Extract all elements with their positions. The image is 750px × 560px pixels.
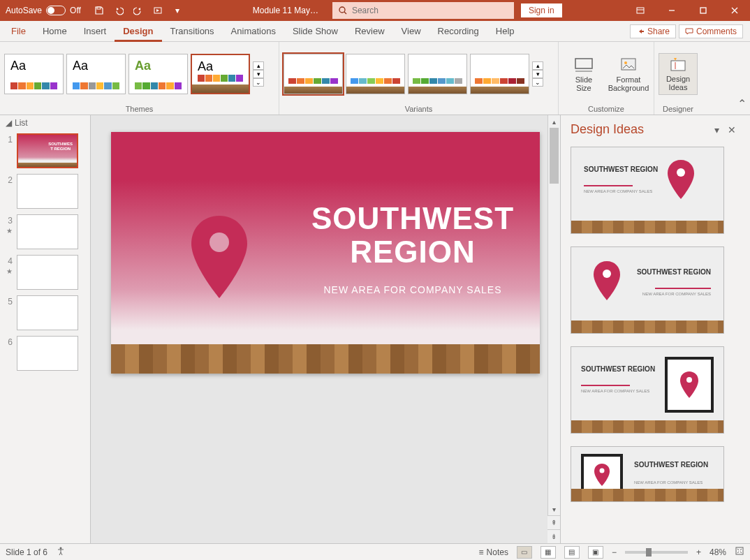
slide-size-button[interactable]: Slide Size [563,53,605,95]
slide-thumb-3[interactable] [17,214,78,249]
location-pin-icon [188,216,251,300]
scroll-up-icon[interactable]: ▴ [548,115,560,128]
tab-animations[interactable]: Animations [223,21,284,42]
slide-title: SOUTHWEST REGION [307,202,519,269]
signin-button[interactable]: Sign in [521,3,562,17]
svg-point-20 [600,469,605,473]
save-icon[interactable] [91,2,108,19]
svg-line-3 [344,12,346,14]
design-ideas-button[interactable]: Design Ideas [659,53,698,95]
animation-star-icon: ★ [6,267,13,275]
designer-group-label: Designer [659,103,698,115]
slide-thumb-6[interactable] [17,336,78,371]
variant-thumb-3[interactable] [408,54,467,94]
gallery-down-icon[interactable]: ▾ [532,70,543,78]
vertical-scrollbar[interactable]: ▴ ▾ [547,115,560,515]
framed-pin [665,357,714,413]
accessibility-icon[interactable] [56,546,66,558]
from-beginning-icon[interactable] [149,2,166,19]
prev-slide-icon[interactable]: ⇞ [547,515,560,529]
zoom-knob[interactable] [646,548,652,557]
autosave-label: AutoSave [6,6,42,15]
tab-slideshow[interactable]: Slide Show [284,21,346,42]
share-button[interactable]: Share [630,24,676,38]
design-idea-4[interactable]: SOUTHWEST REGION NEW AREA FOR COMPANY SA… [571,446,724,502]
next-slide-icon[interactable]: ⇟ [547,529,560,543]
gallery-more-icon[interactable]: ⌄ [253,78,264,87]
theme-thumb-3[interactable]: Aa [128,54,188,94]
comments-button[interactable]: Comments [679,24,743,38]
ribbon-display-icon[interactable] [624,0,656,21]
slide-thumb-2[interactable] [17,174,78,209]
design-idea-1[interactable]: SOUTHWEST REGION NEW AREA FOR COMPANY SA… [571,147,724,234]
autosave-toggle[interactable]: AutoSave Off [0,6,87,15]
theme-thumb-2[interactable]: Aa [66,54,126,94]
slideshow-view-icon[interactable]: ▣ [588,546,603,559]
main-area: ◢ List 1SOUTHWEST REGION 2 3★ 4★ 5 6 SOU… [0,115,750,543]
tab-file[interactable]: File [3,21,34,42]
slide-thumb-1[interactable]: SOUTHWEST REGION [17,133,78,168]
location-pin-icon [679,371,699,398]
gallery-up-icon[interactable]: ▴ [253,61,264,70]
tab-review[interactable]: Review [346,21,393,42]
slide-list-header[interactable]: ◢ List [0,115,90,131]
slide-panel: ◢ List 1SOUTHWEST REGION 2 3★ 4★ 5 6 [0,115,91,543]
gallery-more-icon[interactable]: ⌄ [532,78,543,87]
tab-transitions[interactable]: Transitions [162,21,223,42]
slide-canvas[interactable]: SOUTHWEST REGION NEW AREA FOR COMPANY SA… [111,132,540,374]
variant-thumb-1[interactable] [284,54,343,94]
scrollbar-thumb[interactable] [550,128,559,184]
maximize-icon[interactable] [687,0,719,21]
minimize-icon[interactable] [656,0,687,21]
pane-options-icon[interactable]: ▾ [710,124,723,135]
close-icon[interactable] [719,0,750,21]
notes-button[interactable]: ≡ Notes [479,547,508,557]
zoom-percent[interactable]: 48% [709,547,726,557]
sorter-view-icon[interactable]: ▦ [541,546,556,559]
animation-star-icon: ★ [6,227,13,235]
theme-thumb-4[interactable]: Aa [191,54,250,94]
slide-thumb-5[interactable] [17,295,78,330]
search-icon [338,6,348,15]
svg-rect-10 [575,59,592,68]
tab-insert[interactable]: Insert [75,21,115,42]
search-input[interactable] [352,6,508,15]
themes-group-label: Themes [4,103,274,115]
customize-group-label: Customize [563,103,649,115]
qat-more-icon[interactable]: ▾ [169,2,186,19]
variants-gallery-control: ▴ ▾ ⌄ [532,61,543,87]
tab-view[interactable]: View [393,21,429,42]
location-pin-icon [592,261,622,300]
zoom-in-icon[interactable]: + [696,547,701,557]
design-idea-2[interactable]: SOUTHWEST REGION NEW AREA FOR COMPANY SA… [571,246,724,334]
theme-thumb-1[interactable]: Aa [4,54,64,94]
reading-view-icon[interactable]: ▤ [564,546,580,559]
slide-thumb-4[interactable] [17,255,78,290]
pane-close-icon[interactable]: ✕ [723,124,740,135]
collapse-ribbon-icon[interactable]: ⌃ [733,42,750,115]
tab-help[interactable]: Help [487,21,523,42]
tab-design[interactable]: Design [115,21,161,42]
gallery-down-icon[interactable]: ▾ [253,70,264,78]
tab-recording[interactable]: Recording [429,21,487,42]
variant-thumb-4[interactable] [470,54,529,94]
location-pin-icon [666,160,696,199]
zoom-slider[interactable] [625,551,688,554]
slide-counter[interactable]: Slide 1 of 6 [6,547,47,557]
scroll-down-icon[interactable]: ▾ [548,503,560,515]
design-ideas-pane: Design Ideas ▾ ✕ SOUTHWEST REGION NEW AR… [560,115,750,543]
undo-icon[interactable] [110,2,127,19]
variant-thumb-2[interactable] [346,54,405,94]
redo-icon[interactable] [130,2,147,19]
design-idea-3[interactable]: SOUTHWEST REGION NEW AREA FOR COMPANY SA… [571,346,724,434]
status-bar: Slide 1 of 6 ≡ Notes ▭ ▦ ▤ ▣ − + 48% [0,543,750,560]
gallery-up-icon[interactable]: ▴ [532,61,543,70]
tab-home[interactable]: Home [34,21,75,42]
search-box[interactable] [332,2,514,19]
zoom-out-icon[interactable]: − [612,547,617,557]
format-background-button[interactable]: Format Background [608,53,649,95]
fit-to-window-icon[interactable] [735,546,744,558]
format-background-icon [619,56,638,73]
window-controls [624,0,750,21]
normal-view-icon[interactable]: ▭ [517,546,532,559]
